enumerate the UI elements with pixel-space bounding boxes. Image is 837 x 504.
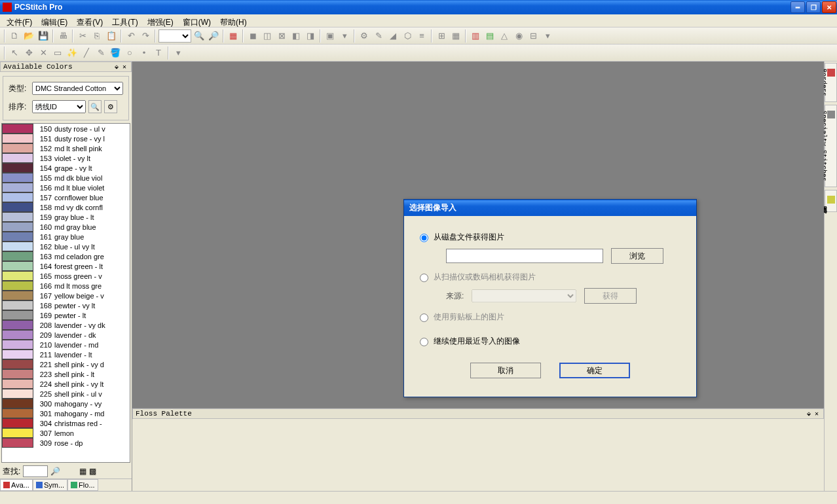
palette-icon[interactable]: ▦: [227, 29, 240, 43]
floss-pin-icon[interactable]: ⬙: [805, 410, 813, 418]
color-row[interactable]: 158md vy dk cornfl: [2, 202, 130, 212]
color-row[interactable]: 154grape - vy lt: [2, 163, 130, 173]
tool-q-icon[interactable]: ◉: [512, 29, 525, 43]
menu-view[interactable]: 查看(V): [73, 16, 107, 26]
minimize-button[interactable]: ━: [790, 1, 805, 13]
color-row[interactable]: 225shell pink - ul v: [2, 389, 130, 399]
zoom-combo[interactable]: [158, 29, 191, 43]
color-row[interactable]: 221shell pink - vy d: [2, 359, 130, 369]
cancel-button[interactable]: 取消: [470, 363, 541, 378]
color-list[interactable]: 150dusty rose - ul v151dusty rose - vy l…: [1, 123, 130, 463]
sort-select[interactable]: 绣线ID: [32, 100, 86, 113]
color-row[interactable]: 309rose - dp: [2, 438, 130, 448]
acquire-button[interactable]: 获得: [584, 288, 637, 304]
menu-tools[interactable]: 工具(T): [108, 16, 141, 26]
tool-k-icon[interactable]: ≡: [415, 29, 428, 43]
close-button[interactable]: ✕: [822, 1, 836, 13]
tool-a-icon[interactable]: ◼: [246, 29, 259, 43]
color-row[interactable]: 165moss green - v: [2, 271, 130, 281]
zoom-out-icon[interactable]: 🔎: [207, 29, 220, 43]
text-icon[interactable]: T: [152, 46, 165, 60]
dropdown2-icon[interactable]: ▾: [541, 29, 554, 43]
color-row[interactable]: 164forest green - lt: [2, 261, 130, 271]
color-row[interactable]: 162blue - ul vy lt: [2, 242, 130, 251]
floss-close-icon[interactable]: ✕: [813, 410, 821, 418]
tab-symbols[interactable]: Sym...: [33, 479, 67, 491]
color-row[interactable]: 300mahogany - vy: [2, 399, 130, 408]
open-icon[interactable]: 📂: [22, 29, 35, 43]
type-select[interactable]: DMC Stranded Cotton: [32, 82, 123, 95]
tool-h-icon[interactable]: ✎: [372, 29, 385, 43]
menu-file[interactable]: 文件(F): [3, 16, 36, 26]
tool-m-icon[interactable]: ▦: [449, 29, 462, 43]
tool-e-icon[interactable]: ◨: [304, 29, 317, 43]
cross-icon[interactable]: ✕: [37, 46, 50, 60]
dropdown3-icon[interactable]: ▾: [172, 46, 185, 60]
source-select[interactable]: [472, 289, 576, 302]
new-icon[interactable]: 🗋: [8, 29, 21, 43]
tool-b-icon[interactable]: ◫: [261, 29, 274, 43]
zoom-in-icon[interactable]: 🔍: [193, 29, 206, 43]
color-row[interactable]: 210lavender - md: [2, 340, 130, 350]
color-row[interactable]: 151dusty rose - vy l: [2, 134, 130, 143]
tool-i-icon[interactable]: ◢: [386, 29, 400, 43]
find-b1-icon[interactable]: ▦: [79, 467, 86, 476]
pen-icon[interactable]: ✎: [94, 46, 107, 60]
tool-g-icon[interactable]: ⚙: [358, 29, 371, 43]
maximize-button[interactable]: ❐: [806, 1, 821, 13]
color-row[interactable]: 161gray blue: [2, 232, 130, 242]
tab-floss[interactable]: Flo...: [67, 479, 98, 491]
color-row[interactable]: 167yellow beige - v: [2, 291, 130, 300]
canvas-area[interactable]: 选择图像导入 从磁盘文件获得图片 浏览 从扫描仪或数码相机获得图片: [132, 62, 824, 408]
color-row[interactable]: 211lavender - lt: [2, 350, 130, 359]
save-icon[interactable]: 💾: [37, 29, 50, 43]
radio-clipboard[interactable]: [420, 314, 428, 322]
rail-browser[interactable]: 图案浏览器: [825, 190, 837, 212]
color-row[interactable]: 160md gray blue: [2, 222, 130, 232]
file-path-input[interactable]: [446, 249, 603, 263]
browse-button[interactable]: 浏览: [611, 248, 663, 264]
dot-icon[interactable]: •: [138, 46, 151, 60]
tab-available[interactable]: Ava...: [0, 479, 33, 491]
tool-l-icon[interactable]: ⊞: [435, 29, 448, 43]
pointer-icon[interactable]: ↖: [8, 46, 21, 60]
color-row[interactable]: 209lavender - dk: [2, 330, 130, 340]
move-icon[interactable]: ✥: [22, 46, 35, 60]
color-row[interactable]: 150dusty rose - ul v: [2, 124, 130, 134]
print-icon[interactable]: 🖶: [56, 29, 69, 43]
find-go-icon[interactable]: 🔎: [50, 467, 65, 476]
tool-r-icon[interactable]: ⊟: [527, 29, 540, 43]
dropdown-icon[interactable]: ▾: [338, 29, 351, 43]
color-row[interactable]: 208lavender - vy dk: [2, 320, 130, 330]
filter-icon[interactable]: ⚙: [104, 100, 117, 113]
color-row[interactable]: 168pewter - vy lt: [2, 300, 130, 310]
panel-close-icon[interactable]: ✕: [121, 63, 128, 71]
rail-specialty[interactable]: Specialty Stitches: [825, 105, 837, 187]
color-row[interactable]: 307lemon: [2, 428, 130, 438]
radio-disk[interactable]: [420, 234, 428, 242]
tool-o-icon[interactable]: ▤: [483, 29, 496, 43]
tool-p-icon[interactable]: △: [498, 29, 511, 43]
menu-enhance[interactable]: 增强(E): [143, 16, 177, 26]
pin-icon[interactable]: ⬙: [113, 63, 121, 71]
circle-icon[interactable]: ○: [123, 46, 136, 60]
fill-icon[interactable]: 🪣: [109, 46, 122, 60]
color-row[interactable]: 157cornflower blue: [2, 192, 130, 202]
copy-icon[interactable]: ⎘: [90, 29, 103, 43]
wand-icon[interactable]: ✨: [65, 46, 79, 60]
color-row[interactable]: 304christmas red -: [2, 418, 130, 428]
menu-window[interactable]: 窗口(W): [179, 16, 215, 26]
tool-c-icon[interactable]: ⊠: [275, 29, 288, 43]
color-row[interactable]: 156md lt blue violet: [2, 183, 130, 192]
tool-d-icon[interactable]: ◧: [289, 29, 303, 43]
search-icon[interactable]: 🔍: [88, 100, 102, 113]
menu-help[interactable]: 帮助(H): [216, 16, 251, 26]
select-icon[interactable]: ▭: [51, 46, 64, 60]
tool-n-icon[interactable]: ▥: [469, 29, 482, 43]
tool-j-icon[interactable]: ⬡: [401, 29, 414, 43]
color-row[interactable]: 163md celadon gre: [2, 251, 130, 261]
rail-borders[interactable]: Borders: [825, 63, 837, 102]
menu-edit[interactable]: 编辑(E): [37, 16, 71, 26]
redo-icon[interactable]: ↷: [139, 29, 152, 43]
color-row[interactable]: 223shell pink - lt: [2, 369, 130, 379]
